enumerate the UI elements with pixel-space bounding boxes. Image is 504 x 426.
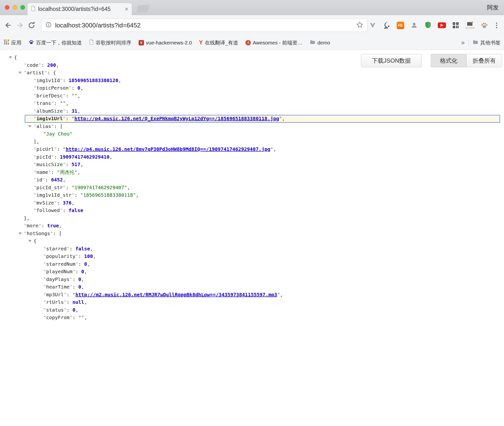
browser-toolbar: localhost:3000/artists?id=6452 en FE: [0, 15, 504, 36]
translate-extension-icon[interactable]: en: [382, 20, 391, 31]
json-token: ": [43, 299, 46, 305]
v-flag-extension-icon[interactable]: [369, 20, 377, 31]
browser-tab[interactable]: localhost:3000/artists?id=645 ×: [27, 3, 132, 15]
json-token: :: [72, 315, 78, 320]
json-token: ,: [90, 246, 93, 252]
bookmark-vue-hackernews[interactable]: V vue-hackernews-2.0: [139, 40, 192, 46]
svg-text:en: en: [384, 26, 388, 29]
tab-close-button[interactable]: ×: [125, 6, 128, 12]
vue-favicon: V: [139, 40, 144, 45]
json-key: starred: [46, 246, 67, 252]
shield-extension-icon[interactable]: [424, 20, 432, 31]
fehelper-extension-icon[interactable]: FE: [396, 20, 404, 31]
json-line: "followed": false: [0, 207, 504, 214]
address-bar[interactable]: localhost:3000/artists?id=6452: [41, 19, 367, 32]
json-line: "img1v1Id": 18569651883380120,: [0, 77, 504, 85]
json-token: :: [66, 162, 71, 167]
json-token: ": [72, 116, 75, 121]
json-token: ": [50, 230, 53, 236]
bookmark-baidu[interactable]: 百度一下，你就知道: [29, 39, 82, 46]
json-token: :: [66, 108, 71, 114]
json-token: ": [34, 146, 36, 152]
bookmark-awesomes[interactable]: A Awesomes - 前端资…: [245, 39, 302, 46]
json-token: ": [64, 292, 67, 298]
json-line: "mvSize": 376,: [0, 199, 504, 207]
json-line: "mp3Url": "http://m2.music.126.net/RMJR7…: [0, 291, 504, 299]
json-token: ": [38, 223, 41, 229]
bookmark-youdao-translate[interactable]: Y 在线翻译_有道: [199, 39, 238, 46]
bookmark-google-sort[interactable]: 谷歌按时间排序: [89, 39, 131, 46]
bookmark-demo-folder[interactable]: demo: [310, 40, 330, 46]
json-token: ": [63, 146, 66, 152]
json-token: ": [34, 177, 36, 183]
paw-extension-icon[interactable]: [480, 20, 488, 31]
json-token: ,: [87, 261, 90, 267]
bookmark-label: Awesomes - 前端资…: [253, 39, 302, 46]
json-token: :: [54, 123, 60, 129]
json-token: ": [43, 269, 46, 274]
json-value: "": [78, 315, 84, 320]
json-url-link[interactable]: http://p4.music.126.net/8mv7qP30Pd3oHW8b…: [66, 146, 270, 152]
json-token: ": [54, 200, 57, 206]
json-line: "picUrl": "http://p4.music.126.net/8mv7q…: [0, 145, 504, 153]
json-token: ": [24, 70, 27, 76]
json-key: alias: [36, 123, 51, 129]
json-token: ,: [77, 169, 80, 175]
close-window-button[interactable]: [5, 5, 9, 10]
json-value: 0: [81, 269, 84, 274]
minimize-window-button[interactable]: [13, 5, 17, 10]
json-line: "id": 6452,: [0, 176, 504, 184]
profile-name[interactable]: 阿发: [487, 0, 499, 15]
json-token: :: [57, 146, 63, 152]
json-key: popularity: [46, 253, 75, 259]
json-line: "picId_str": "19097417462929407",: [0, 184, 504, 192]
json-token: ": [51, 154, 54, 160]
json-token: ": [60, 207, 63, 213]
json-token: {: [53, 70, 56, 76]
bookmark-star-icon[interactable]: [356, 21, 363, 29]
zoom-window-button[interactable]: [20, 5, 25, 10]
json-line: "Jay Chou": [0, 130, 504, 138]
json-line: "copyFrom": "",: [0, 314, 504, 322]
json-value: null: [72, 299, 84, 305]
json-url-link[interactable]: http://p4.music.126.net/Q_ExePNkmqB2yWyL…: [75, 116, 279, 121]
json-token: ": [67, 246, 69, 252]
json-token: ,: [80, 85, 83, 91]
player-extension-icon[interactable]: PLAYER: [465, 20, 475, 31]
json-token: ": [34, 77, 36, 83]
page-info-icon[interactable]: [45, 22, 52, 29]
bookmarks-overflow-chevron[interactable]: »: [461, 39, 465, 46]
json-url-link[interactable]: http://m2.music.126.net/RMJR7wDullRqppBk…: [75, 292, 277, 298]
collapse-arrow-icon[interactable]: [9, 56, 12, 59]
reload-button[interactable]: [26, 20, 37, 31]
chrome-menu-button[interactable]: [493, 18, 500, 32]
json-token: :: [66, 93, 71, 99]
json-token: ": [63, 162, 66, 167]
qrcode-extension-icon[interactable]: [452, 20, 460, 31]
person-extension-icon[interactable]: [410, 20, 418, 31]
collapse-arrow-icon[interactable]: [28, 125, 32, 128]
json-value: true: [47, 223, 59, 229]
json-token: :: [66, 185, 71, 190]
json-key: dayPlays: [46, 276, 69, 282]
json-key: copyFrom: [46, 315, 69, 320]
new-tab-button[interactable]: [136, 5, 150, 12]
json-token: ": [270, 146, 273, 152]
json-line: {: [0, 237, 504, 245]
json-token: :: [72, 85, 77, 91]
json-viewer-page: 下载JSON数据 格式化 折叠所有 {"code": 200,"artist":…: [0, 50, 504, 426]
json-token: :: [75, 269, 81, 274]
collapse-arrow-icon[interactable]: [18, 232, 22, 235]
back-button[interactable]: [3, 20, 14, 31]
forward-button[interactable]: [15, 20, 25, 31]
youtube-extension-icon[interactable]: [438, 20, 446, 31]
json-line: "img1v1Id_str": "18569651883380118",: [0, 191, 504, 199]
collapse-arrow-icon[interactable]: [28, 240, 32, 242]
json-token: ": [72, 292, 75, 298]
collapse-arrow-icon[interactable]: [18, 72, 22, 74]
other-bookmarks-button[interactable]: 其他书签: [473, 39, 501, 46]
json-value: 0: [78, 276, 81, 282]
json-value: "Jay Chou": [43, 131, 72, 137]
bookmark-apps[interactable]: 应用: [4, 39, 21, 46]
json-token: ": [24, 223, 27, 229]
